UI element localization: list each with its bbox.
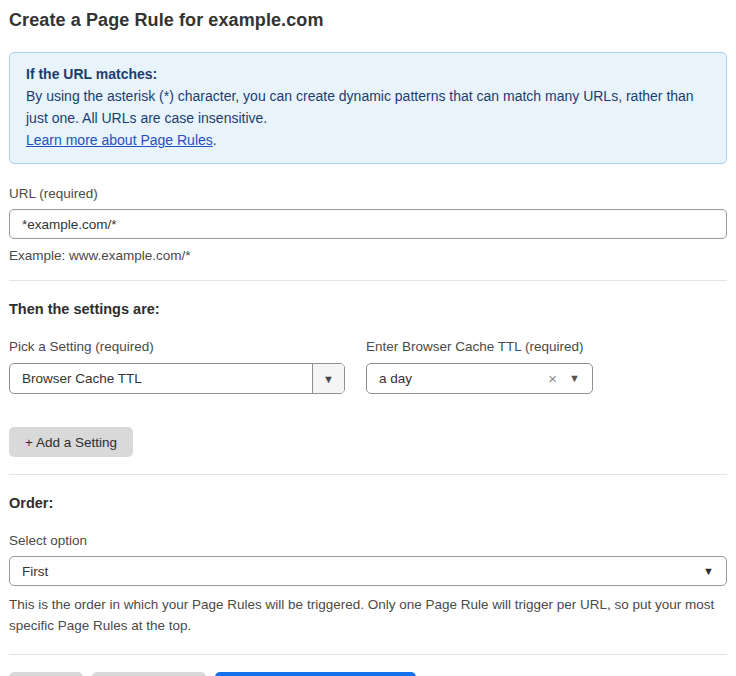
setting-picker-label: Pick a Setting (required)	[9, 339, 345, 354]
ttl-picker-column: Enter Browser Cache TTL (required) a day…	[366, 339, 593, 394]
ttl-picker-icons: × ▼	[548, 371, 592, 386]
settings-row: Pick a Setting (required) Browser Cache …	[9, 339, 727, 394]
learn-more-link[interactable]: Learn more about Page Rules	[26, 132, 213, 148]
ttl-picker-label: Enter Browser Cache TTL (required)	[366, 339, 593, 354]
order-select-value: First	[22, 564, 48, 579]
save-as-draft-button[interactable]: Save as Draft	[92, 672, 206, 676]
footer-actions: Cancel Save as Draft Save and Deploy Pag…	[9, 672, 727, 676]
order-section-heading: Order:	[9, 495, 727, 511]
url-match-info-box: If the URL matches: By using the asteris…	[9, 52, 727, 164]
clear-icon[interactable]: ×	[548, 371, 557, 386]
info-box-body: By using the asterisk (*) character, you…	[26, 85, 710, 129]
order-helper-text: This is the order in which your Page Rul…	[9, 594, 727, 636]
add-setting-button[interactable]: + Add a Setting	[9, 427, 133, 457]
setting-picker-value: Browser Cache TTL	[10, 371, 312, 386]
order-select[interactable]: First ▼	[9, 556, 727, 586]
ttl-picker-value: a day	[367, 371, 548, 386]
divider	[9, 654, 727, 655]
divider	[9, 474, 727, 475]
ttl-picker-select[interactable]: a day × ▼	[366, 363, 593, 394]
setting-picker-column: Pick a Setting (required) Browser Cache …	[9, 339, 345, 394]
order-select-label: Select option	[9, 533, 727, 548]
setting-picker-caret-button[interactable]: ▼	[312, 364, 344, 393]
page-title: Create a Page Rule for example.com	[9, 10, 727, 31]
save-and-deploy-button[interactable]: Save and Deploy Page Rule	[215, 672, 417, 676]
chevron-down-icon: ▼	[703, 565, 714, 577]
settings-section-heading: Then the settings are:	[9, 301, 727, 317]
cancel-button[interactable]: Cancel	[9, 672, 83, 676]
create-page-rule-panel: Create a Page Rule for example.com If th…	[0, 0, 736, 676]
url-field-label: URL (required)	[9, 186, 727, 201]
link-suffix: .	[213, 132, 217, 148]
chevron-down-icon[interactable]: ▼	[569, 373, 580, 384]
setting-picker-select[interactable]: Browser Cache TTL ▼	[9, 363, 345, 394]
chevron-down-icon: ▼	[323, 373, 334, 385]
info-box-link-row: Learn more about Page Rules.	[26, 129, 710, 151]
url-example-helper: Example: www.example.com/*	[9, 246, 727, 265]
divider	[9, 280, 727, 281]
info-box-heading: If the URL matches:	[26, 63, 710, 85]
url-input[interactable]	[9, 209, 727, 239]
